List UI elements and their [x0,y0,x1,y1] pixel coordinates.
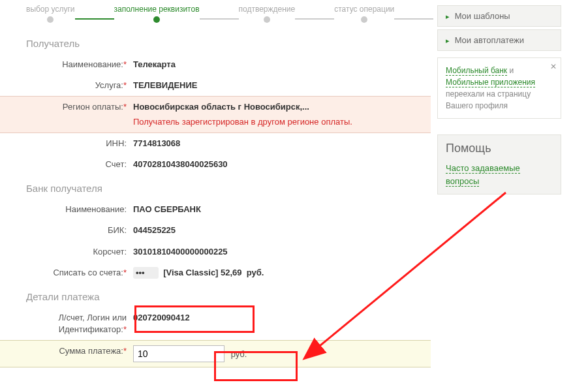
row-service: Услуга:* ТЕЛЕВИДЕНИЕ [26,75,431,96]
value-inn: 7714813068 [131,138,431,149]
row-bik: БИК: 044525225 [26,220,431,241]
rub-label: руб. [231,349,247,359]
faq-link[interactable]: Часто задаваемые вопросы [446,163,520,187]
row-ident: Л/счет, Логин или Идентификатор:* 020720… [26,307,431,340]
recipient-section-title: Получатель [26,38,431,49]
row-inn: ИНН: 7714813068 [26,133,431,154]
card-mask-icon: ••• [133,267,159,279]
row-amount: Сумма платежа:* руб. [26,341,431,367]
step-4-dot [361,16,367,23]
value-service: ТЕЛЕВИДЕНИЕ [131,80,431,91]
value-bik: 044525225 [131,225,431,236]
close-icon[interactable]: ✕ [550,61,557,72]
step-3-label: подтверждение [239,5,296,14]
sidebar-templates[interactable]: Мои шаблоны [437,5,561,27]
value-name: Телекарта [131,59,431,70]
value-ident: 020720090412 [131,312,431,324]
step-2-label: заполнение реквизитов [114,5,200,14]
step-2-dot [153,16,160,23]
row-name: Наименование:* Телекарта [26,54,431,75]
region-warning: Получатель зарегистрирован в другом реги… [133,116,431,128]
value-from-account-card: [Visa Classic] 52,69 [163,268,241,277]
details-section-title: Детали платежа [26,291,431,302]
value-account: 40702810438040025630 [131,159,431,170]
row-korr: Корсчет: 30101810400000000225 [26,241,431,262]
step-4-label: статус операции [334,5,394,14]
help-panel: Помощь Часто задаваемые вопросы [437,134,561,194]
row-bank-name: Наименование: ПАО СБЕРБАНК [26,199,431,220]
step-1-label: выбор услуги [26,5,75,14]
help-title: Помощь [446,142,553,155]
step-1-dot [47,16,54,23]
value-region: Новосибирская область г Новосибирск,... [133,102,309,112]
sidebar-autopay[interactable]: Мои автоплатежи [437,29,561,51]
bank-section-title: Банк получателя [26,183,431,194]
amount-input[interactable] [133,345,224,362]
sidebar-notice: ✕ Мобильный банк и Мобильные приложения … [437,57,561,119]
value-korr: 30101810400000000225 [131,246,431,258]
row-from-account: Списать со счета:* ••• [Visa Classic] 52… [26,262,431,283]
step-3-dot [264,16,270,23]
row-region: Регион оплаты:* Новосибирская область г … [26,97,431,132]
mobile-bank-link[interactable]: Мобильный банк [446,66,507,76]
value-bank-name: ПАО СБЕРБАНК [131,204,431,215]
mobile-apps-link[interactable]: Мобильные приложения [446,78,535,87]
stepper: выбор услуги заполнение реквизитов подтв… [26,5,431,22]
row-account: Счет: 40702810438040025630 [26,154,431,175]
